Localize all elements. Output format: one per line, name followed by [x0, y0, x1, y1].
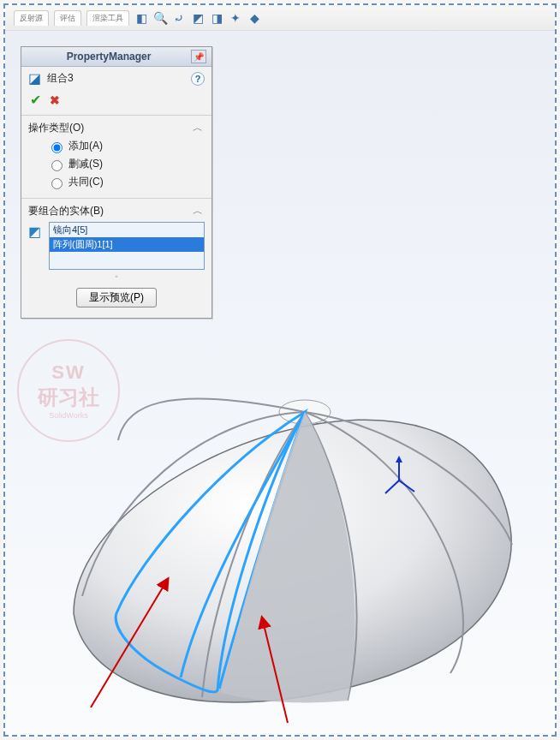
toolbar-tab[interactable]: 反射源 [14, 10, 49, 26]
toolbar-tab[interactable]: 渲染工具 [86, 10, 129, 26]
pm-header-title: PropertyManager [27, 51, 191, 63]
radio-add-input[interactable] [51, 142, 63, 153]
bodies-selection-list[interactable]: 镜向4[5] 阵列(圆周)1[1] [49, 222, 205, 270]
list-item[interactable]: 阵列(圆周)1[1] [50, 237, 204, 252]
operation-type-section: 操作类型(O) ︿ 添加(A) 删减(S) 共同(C) [21, 116, 211, 199]
appearance-icon[interactable]: ◆ [247, 11, 261, 25]
show-preview-button[interactable]: 显示预览(P) [76, 288, 157, 307]
ok-button[interactable]: ✔ [30, 92, 41, 108]
radio-common-label: 共同(C) [69, 175, 104, 189]
section-title: 要组合的实体(B) [28, 204, 205, 222]
radio-common-input[interactable] [51, 178, 63, 189]
3d-viewport[interactable]: SW 研习社 SolidWorks [5, 31, 555, 735]
radio-subtract[interactable]: 删减(S) [47, 157, 205, 171]
cancel-button[interactable]: ✖ [50, 93, 60, 107]
view-cube-icon[interactable]: ◧ [134, 11, 148, 25]
3d-scene [31, 331, 527, 725]
zoom-icon[interactable]: 🔍 [153, 11, 167, 25]
pin-icon[interactable]: 📌 [191, 50, 206, 63]
rotate-icon[interactable]: ⤾ [172, 11, 186, 25]
radio-subtract-input[interactable] [51, 160, 63, 171]
display-style-icon[interactable]: ◨ [210, 11, 223, 25]
help-icon[interactable]: ? [191, 72, 205, 86]
radio-add[interactable]: 添加(A) [47, 139, 205, 153]
radio-common[interactable]: 共同(C) [47, 175, 205, 189]
list-item[interactable]: 镜向4[5] [50, 223, 204, 237]
collapse-icon[interactable]: ︿ [191, 121, 205, 133]
pm-header: PropertyManager 📌 [21, 47, 211, 67]
bodies-section: 要组合的实体(B) ︿ ◩ 镜向4[5] 阵列(圆周)1[1] ◦ 显示预览(P… [21, 199, 211, 318]
feature-name: 组合3 [47, 71, 186, 86]
combine-feature-icon: ◪ [28, 72, 42, 86]
solid-body-icon: ◩ [28, 222, 44, 237]
pm-feature-row: ◪ 组合3 ? [21, 67, 211, 90]
collapse-icon[interactable]: ︿ [191, 204, 205, 216]
top-toolbar: 反射源 评估 渲染工具 ◧ 🔍 ⤾ ◩ ◨ ✦ ◆ [5, 5, 555, 31]
radio-add-label: 添加(A) [69, 139, 103, 153]
property-manager-panel: PropertyManager 📌 ◪ 组合3 ? ✔ ✖ 操作类型(O) ︿ … [21, 46, 212, 319]
scene-icon[interactable]: ✦ [229, 11, 242, 25]
radio-subtract-label: 删减(S) [69, 157, 103, 171]
section-icon[interactable]: ◩ [191, 11, 205, 25]
app-frame: 反射源 评估 渲染工具 ◧ 🔍 ⤾ ◩ ◨ ✦ ◆ SW 研习社 SolidWo… [3, 3, 557, 737]
pm-confirm-row: ✔ ✖ [21, 90, 211, 116]
section-title: 操作类型(O) [28, 121, 205, 139]
toolbar-tab[interactable]: 评估 [54, 10, 81, 26]
scroll-hint: ◦ [28, 270, 205, 281]
